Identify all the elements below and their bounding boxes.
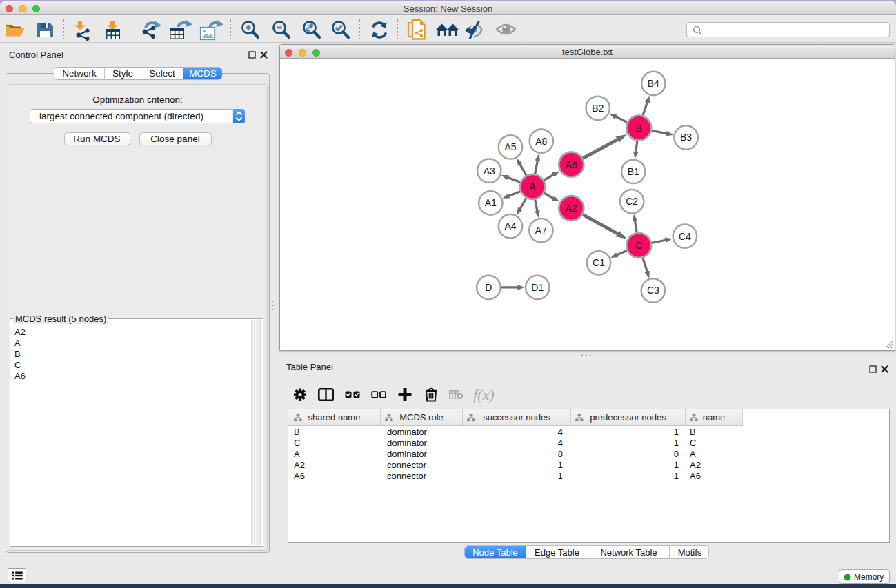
svg-text:A8: A8 — [535, 136, 547, 147]
svg-text:B2: B2 — [592, 103, 604, 114]
svg-text:B4: B4 — [648, 78, 659, 89]
svg-text:B1: B1 — [628, 166, 639, 177]
svg-text:C1: C1 — [593, 257, 605, 268]
svg-text:A5: A5 — [504, 141, 516, 152]
svg-text:C4: C4 — [679, 231, 691, 242]
svg-text:A7: A7 — [535, 225, 547, 236]
svg-text:B: B — [636, 123, 642, 134]
svg-text:A1: A1 — [485, 197, 497, 208]
svg-text:D: D — [485, 282, 492, 293]
svg-text:A4: A4 — [504, 221, 516, 232]
svg-text:D1: D1 — [531, 282, 544, 293]
svg-text:A: A — [529, 181, 536, 192]
svg-text:B3: B3 — [680, 132, 692, 143]
svg-text:A3: A3 — [484, 165, 495, 176]
svg-text:A2: A2 — [566, 203, 577, 214]
svg-text:C: C — [635, 240, 642, 251]
svg-text:A6: A6 — [566, 159, 577, 170]
svg-text:C3: C3 — [647, 285, 659, 296]
svg-text:C2: C2 — [626, 196, 638, 207]
